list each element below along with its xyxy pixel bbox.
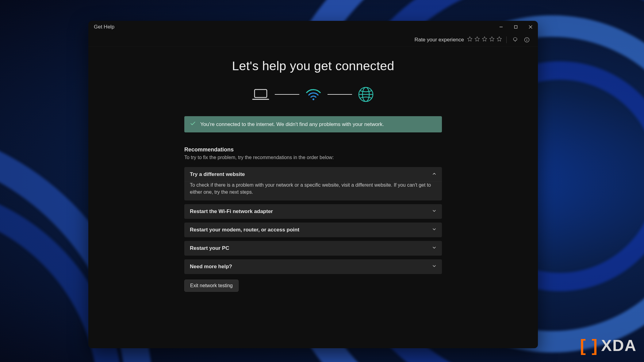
rating-label: Rate your experience [414, 37, 464, 43]
recommendation-title: Restart your PC [190, 245, 229, 251]
wifi-icon [305, 88, 322, 101]
recommendation-title: Try a different website [190, 171, 245, 177]
star-icon[interactable] [467, 36, 473, 43]
laptop-icon [252, 88, 269, 101]
recommendation-toggle[interactable]: Try a different website [184, 167, 442, 182]
checkmark-icon [190, 120, 196, 128]
info-button[interactable] [523, 36, 531, 44]
recommendations-subheading: To try to fix the problem, try the recom… [184, 155, 442, 160]
svg-rect-1 [515, 26, 517, 29]
minimize-button[interactable] [494, 21, 508, 33]
star-icon[interactable] [474, 36, 480, 43]
star-icon[interactable] [482, 36, 487, 43]
recommendation-item: Restart the Wi-Fi network adapter [184, 204, 442, 219]
rating-bar: Rate your experience [88, 33, 538, 47]
recommendations-list: Try a different website To check if ther… [184, 167, 442, 274]
titlebar: Get Help [88, 21, 538, 33]
recommendation-toggle[interactable]: Need more help? [184, 259, 442, 274]
recommendation-item: Need more help? [184, 259, 442, 274]
close-button[interactable] [523, 21, 538, 33]
rating-stars[interactable] [467, 36, 502, 43]
chevron-up-icon [432, 171, 436, 177]
connector-line [275, 94, 299, 95]
recommendation-item: Restart your modem, router, or access po… [184, 223, 442, 237]
recommendation-item: Try a different website To check if ther… [184, 167, 442, 200]
chevron-down-icon [432, 208, 436, 215]
star-icon[interactable] [489, 36, 495, 43]
star-icon[interactable] [496, 36, 502, 43]
recommendation-toggle[interactable]: Restart the Wi-Fi network adapter [184, 204, 442, 219]
connector-line [328, 94, 352, 95]
content-area: Let's help you get connected [88, 47, 538, 348]
recommendation-toggle[interactable]: Restart your modem, router, or access po… [184, 223, 442, 237]
watermark-text: XDA [601, 336, 637, 355]
svg-point-5 [527, 38, 527, 39]
chevron-down-icon [432, 245, 436, 251]
svg-rect-7 [255, 90, 267, 97]
recommendation-toggle[interactable]: Restart your PC [184, 241, 442, 256]
recommendation-title: Need more help? [190, 264, 232, 270]
recommendation-body: To check if there is a problem with your… [184, 181, 442, 200]
feedback-button[interactable] [511, 36, 519, 44]
bracket-icon: [ ] [580, 337, 598, 354]
recommendation-title: Restart your modem, router, or access po… [190, 227, 299, 233]
globe-icon [358, 86, 374, 103]
status-banner: You're connected to the internet. We did… [184, 116, 442, 132]
recommendation-title: Restart the Wi-Fi network adapter [190, 208, 273, 215]
connection-diagram [252, 86, 374, 103]
maximize-button[interactable] [508, 21, 523, 33]
recommendation-item: Restart your PC [184, 241, 442, 256]
page-title: Let's help you get connected [232, 59, 394, 73]
chevron-down-icon [432, 227, 436, 233]
window-title: Get Help [94, 24, 114, 30]
recommendations-heading: Recommendations [184, 147, 442, 153]
exit-network-testing-button[interactable]: Exit network testing [184, 280, 239, 292]
watermark: [ ] XDA [580, 336, 637, 355]
chevron-down-icon [432, 264, 436, 270]
status-message: You're connected to the internet. We did… [200, 121, 384, 128]
divider [506, 36, 507, 43]
get-help-window: Get Help Rate your experience [88, 21, 538, 348]
svg-point-9 [312, 98, 314, 100]
